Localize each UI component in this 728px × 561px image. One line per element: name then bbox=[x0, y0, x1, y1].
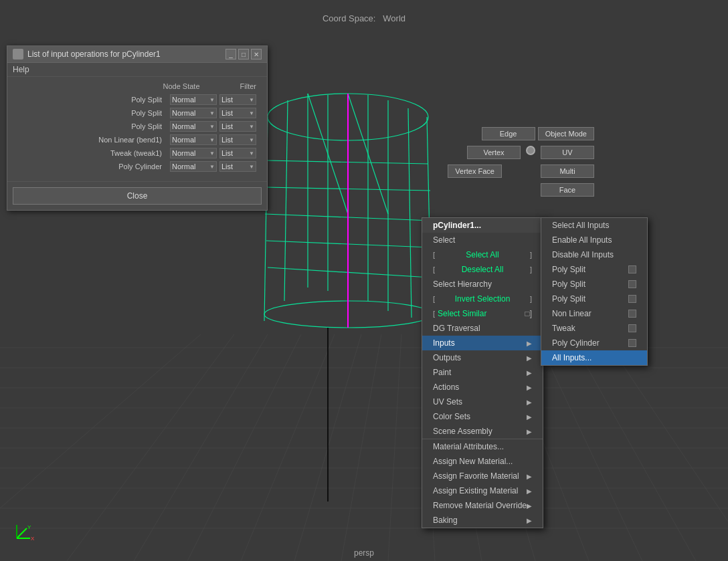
ops-label-5: Poly Cylinder bbox=[18, 162, 167, 171]
ctx-invert-selection[interactable]: [ Invert Selection ] bbox=[422, 292, 543, 306]
ops-filter-wrapper-5: List bbox=[219, 161, 256, 172]
submenu-non-linear[interactable]: Non Linear bbox=[541, 306, 647, 321]
dialog-help-menu[interactable]: Help bbox=[13, 65, 29, 74]
dialog-footer: Close bbox=[7, 181, 267, 210]
dialog-header-row: Node State Filter bbox=[13, 82, 262, 93]
submenu-poly-split-1[interactable]: Poly Split bbox=[541, 262, 647, 277]
inputs-submenu: Select All Inputs Enable All Inputs Disa… bbox=[541, 217, 648, 366]
ctx-color-sets[interactable]: Color Sets ▶ bbox=[422, 409, 543, 424]
dialog-minimize-button[interactable]: _ bbox=[225, 49, 236, 60]
ctx-inputs[interactable]: Inputs ▶ bbox=[422, 336, 543, 350]
ops-state-select-3[interactable]: Normal bbox=[170, 134, 217, 145]
mode-buttons-panel: Edge Object Mode Vertex UV Vertex Face M… bbox=[448, 127, 594, 197]
ops-filter-select-3[interactable]: List bbox=[219, 134, 256, 145]
ctx-assign-existing-arrow: ▶ bbox=[527, 487, 532, 495]
ctx-select-hierarchy[interactable]: Select Hierarchy bbox=[422, 277, 543, 292]
ctx-baking-label: Baking bbox=[433, 516, 458, 525]
ctx-deselect-all[interactable]: [ Deselect All ] bbox=[422, 262, 543, 277]
ctx-deselect-bracket-r: ] bbox=[530, 265, 532, 273]
ctx-material-attrs[interactable]: Material Attributes... bbox=[422, 439, 543, 454]
ctx-outputs[interactable]: Outputs ▶ bbox=[422, 350, 543, 365]
ops-filter-select-2[interactable]: List bbox=[219, 121, 256, 132]
face-button[interactable]: Face bbox=[541, 183, 594, 197]
ops-filter-select-4[interactable]: List bbox=[219, 148, 256, 158]
submenu-disable-all-inputs[interactable]: Disable All Inputs bbox=[541, 247, 647, 262]
submenu-poly-split-2-checkbox bbox=[628, 280, 636, 288]
ctx-assign-new-material[interactable]: Assign New Material... bbox=[422, 454, 543, 469]
ops-filter-wrapper-2: List bbox=[219, 121, 256, 132]
ops-filter-wrapper-4: List bbox=[219, 148, 256, 158]
ops-filter-wrapper-3: List bbox=[219, 134, 256, 145]
ctx-select[interactable]: Select bbox=[422, 233, 543, 247]
submenu-enable-all-inputs[interactable]: Enable All Inputs bbox=[541, 233, 647, 247]
ops-filter-select-1[interactable]: List bbox=[219, 108, 256, 118]
input-ops-dialog: List of input operations for pCylinder1 … bbox=[7, 45, 268, 211]
ops-label-2: Poly Split bbox=[18, 122, 167, 130]
submenu-poly-split-3[interactable]: Poly Split bbox=[541, 292, 647, 306]
ctx-uv-sets[interactable]: UV Sets ▶ bbox=[422, 395, 543, 409]
ops-filter-select-5[interactable]: List bbox=[219, 161, 256, 172]
ctx-select-all-label: Select All bbox=[466, 250, 498, 259]
ctx-title: pCylinder1... bbox=[422, 218, 543, 233]
ops-row-5: Poly Cylinder Normal List bbox=[13, 160, 262, 173]
ops-label-0: Poly Split bbox=[18, 96, 167, 104]
submenu-tweak-label: Tweak bbox=[552, 324, 575, 333]
ctx-assign-fav-arrow: ▶ bbox=[527, 473, 532, 480]
ctx-actions-arrow: ▶ bbox=[527, 384, 532, 391]
ctx-select-similar[interactable]: [ Select Similar □] bbox=[422, 306, 543, 321]
submenu-poly-cylinder[interactable]: Poly Cylinder bbox=[541, 336, 647, 350]
ctx-similar-bracket-l: [ bbox=[433, 310, 435, 318]
ctx-inputs-arrow: ▶ bbox=[527, 340, 532, 347]
dialog-title-area: List of input operations for pCylinder1 bbox=[13, 49, 161, 60]
ops-row-3: Non Linear (bend1) Normal List bbox=[13, 133, 262, 146]
ops-state-select-2[interactable]: Normal bbox=[170, 121, 217, 132]
submenu-poly-cylinder-checkbox bbox=[628, 339, 636, 347]
ctx-remove-override-arrow: ▶ bbox=[527, 502, 532, 510]
ctx-paint[interactable]: Paint ▶ bbox=[422, 365, 543, 380]
filter-header: Filter bbox=[240, 82, 256, 90]
ctx-similar-bracket-r-2: □] bbox=[525, 309, 532, 318]
bottom-label: persp bbox=[0, 548, 728, 558]
ctx-assign-fav-material[interactable]: Assign Favorite Material ▶ bbox=[422, 469, 543, 483]
submenu-tweak[interactable]: Tweak bbox=[541, 321, 647, 336]
ops-state-select-1[interactable]: Normal bbox=[170, 108, 217, 118]
submenu-poly-split-2[interactable]: Poly Split bbox=[541, 277, 647, 292]
coord-space-label: Coord Space: bbox=[323, 13, 376, 23]
object-mode-button[interactable]: Object Mode bbox=[538, 127, 594, 140]
edge-button[interactable]: Edge bbox=[482, 127, 535, 140]
ctx-remove-material-override[interactable]: Remove Material Override ▶ bbox=[422, 498, 543, 513]
ops-state-select-0[interactable]: Normal bbox=[170, 94, 217, 105]
ops-filter-select-0[interactable]: List bbox=[219, 94, 256, 105]
ops-state-wrapper-3: Normal bbox=[170, 134, 217, 145]
ctx-baking[interactable]: Baking ▶ bbox=[422, 513, 543, 528]
ctx-actions[interactable]: Actions ▶ bbox=[422, 380, 543, 395]
ctx-deselect-bracket-l: [ bbox=[433, 265, 435, 273]
submenu-select-all-inputs[interactable]: Select All Inputs bbox=[541, 218, 647, 233]
submenu-all-inputs[interactable]: All Inputs... bbox=[541, 350, 647, 365]
multi-button[interactable]: Multi bbox=[541, 164, 594, 178]
ops-state-select-4[interactable]: Normal bbox=[170, 148, 217, 158]
ctx-similar-label: Select Similar bbox=[438, 309, 486, 318]
ops-state-select-5[interactable]: Normal bbox=[170, 161, 217, 172]
ctx-select-all[interactable]: [ Select All ] bbox=[422, 247, 543, 262]
ctx-dg-label: DG Traversal bbox=[433, 324, 480, 333]
ctx-assign-existing-material[interactable]: Assign Existing Material ▶ bbox=[422, 483, 543, 498]
ops-label-1: Poly Split bbox=[18, 109, 167, 117]
close-button[interactable]: Close bbox=[13, 187, 262, 205]
dialog-close-button[interactable]: ✕ bbox=[251, 49, 262, 60]
uv-button[interactable]: UV bbox=[541, 146, 594, 159]
ops-label-3: Non Linear (bend1) bbox=[18, 136, 167, 144]
ctx-dg-traversal[interactable]: DG Traversal bbox=[422, 321, 543, 336]
submenu-disable-all-label: Disable All Inputs bbox=[552, 250, 614, 259]
ops-state-wrapper-0: Normal bbox=[170, 94, 217, 105]
vertex-face-button[interactable]: Vertex Face bbox=[448, 164, 502, 178]
ctx-scene-assembly-label: Scene Assembly bbox=[433, 427, 492, 436]
dialog-maximize-button[interactable]: □ bbox=[238, 49, 249, 60]
ctx-uv-sets-label: UV Sets bbox=[433, 397, 462, 407]
vertex-button[interactable]: Vertex bbox=[467, 146, 521, 159]
perspective-label: persp bbox=[354, 548, 374, 558]
submenu-poly-split-1-label: Poly Split bbox=[552, 265, 585, 274]
ctx-outputs-arrow: ▶ bbox=[527, 354, 532, 362]
ctx-assign-new-label: Assign New Material... bbox=[433, 457, 513, 466]
ctx-scene-assembly[interactable]: Scene Assembly ▶ bbox=[422, 424, 543, 439]
